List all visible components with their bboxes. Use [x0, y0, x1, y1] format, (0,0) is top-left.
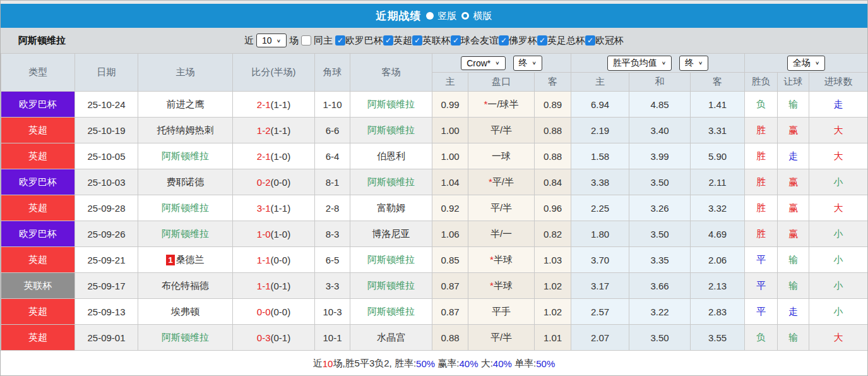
full-time-score: 1-2 — [257, 125, 271, 136]
league-filter-4[interactable]: ✓佛罗杯 — [499, 35, 537, 47]
away-team-cell: 阿斯顿维拉 — [350, 273, 432, 299]
score-cell: 1-0(1-0) — [233, 221, 315, 247]
avg-select[interactable]: 胜平负均值∨ — [607, 56, 672, 71]
score-cell: 2-1(1-1) — [233, 92, 315, 118]
avg-away-cell: 4.69 — [691, 221, 745, 247]
home-team-link[interactable]: 阿斯顿维拉 — [162, 228, 209, 239]
let-result-value: 走 — [788, 150, 798, 161]
match-date-cell: 25-09-13 — [75, 299, 138, 325]
handicap-value: 平/半 — [492, 176, 514, 187]
odds-home-value: 1.06 — [441, 229, 459, 240]
away-team-cell: 水晶宫 — [350, 325, 432, 351]
match-count-select[interactable]: 10∨ — [256, 33, 287, 47]
match-date-cell: 25-09-28 — [75, 195, 138, 221]
checkbox-checked-icon[interactable]: ✓ — [383, 35, 393, 45]
home-team-cell: 阿斯顿维拉 — [138, 325, 233, 351]
away-team-link[interactable]: 阿斯顿维拉 — [367, 124, 415, 135]
league-badge: 英超 — [1, 143, 75, 169]
avg-away-value: 2.06 — [708, 255, 727, 265]
odds-home-value: 0.85 — [441, 255, 459, 265]
let-result-cell: 走 — [778, 143, 809, 169]
avg-home-value: 3.70 — [591, 255, 609, 265]
full-time-score: 0-3 — [257, 332, 271, 343]
radio-unselected-icon[interactable] — [461, 12, 469, 20]
goals-result-cell: 大 — [809, 325, 868, 351]
avg-stage-select[interactable]: 终∨ — [679, 56, 708, 71]
league-filter-5[interactable]: ✓英足总杯 — [537, 35, 585, 47]
away-team-link[interactable]: 富勒姆 — [377, 202, 405, 213]
checkbox-checked-icon[interactable]: ✓ — [585, 35, 595, 45]
avg-away-value: 5.90 — [708, 151, 727, 162]
checkbox-checked-icon[interactable]: ✓ — [537, 35, 547, 45]
league-filter-3[interactable]: ✓球会友谊 — [451, 35, 499, 47]
chevron-down-icon: ∨ — [276, 38, 281, 43]
score-cell: 0-3(0-1) — [233, 325, 315, 351]
league-filter-label: 英超 — [393, 35, 412, 47]
home-team-link[interactable]: 布伦特福德 — [162, 280, 209, 291]
let-result-cell: 赢 — [778, 221, 809, 247]
odds-home-cell: 1.00 — [432, 118, 468, 143]
checkbox-checked-icon[interactable]: ✓ — [412, 35, 422, 45]
match-date: 25-09-21 — [87, 255, 125, 265]
league-filter-0[interactable]: ✓欧罗巴杯 — [335, 35, 383, 47]
handicap-cell: 平/半 — [468, 325, 535, 351]
odds-home-cell: 1.06 — [432, 221, 468, 247]
avg-draw-value: 3.50 — [650, 229, 669, 240]
away-team-link[interactable]: 阿斯顿维拉 — [367, 306, 415, 317]
score-cell: 1-1(0-0) — [233, 247, 315, 273]
odds-stage-select[interactable]: 终∨ — [513, 56, 542, 71]
league-name: 英超 — [28, 150, 47, 161]
summary-segment: 40% — [493, 358, 512, 369]
away-team-link[interactable]: 阿斯顿维拉 — [367, 99, 415, 109]
odds-away-value: 0.88 — [544, 125, 562, 136]
away-team-link[interactable]: 阿斯顿维拉 — [367, 280, 415, 291]
league-filter-1[interactable]: ✓英超 — [383, 35, 412, 47]
scope-select[interactable]: 全场∨ — [787, 56, 825, 71]
corner-cell: 10-3 — [315, 299, 350, 325]
corner-cell: 6-4 — [315, 143, 350, 169]
home-team-link[interactable]: 阿斯顿维拉 — [162, 332, 209, 343]
home-team-link[interactable]: 费耶诺德 — [167, 176, 205, 187]
checkbox-checked-icon[interactable]: ✓ — [451, 35, 461, 45]
home-team-cell: 布伦特福德 — [138, 273, 233, 299]
odds-stage-value: 终 — [519, 58, 528, 69]
radio-horizontal-label[interactable]: 横版 — [473, 10, 492, 22]
league-filter-6[interactable]: ✓欧冠杯 — [585, 35, 624, 47]
handicap-cell: 平/半 — [468, 195, 535, 221]
home-team-link[interactable]: 阿斯顿维拉 — [162, 202, 209, 213]
home-team-link[interactable]: 阿斯顿维拉 — [162, 150, 209, 161]
home-team-link[interactable]: 埃弗顿 — [171, 306, 199, 317]
league-filter-label: 球会友谊 — [461, 35, 499, 47]
result-value: 胜 — [756, 150, 766, 161]
bookmaker-select[interactable]: Crow*∨ — [461, 56, 505, 70]
score-cell: 3-1(1-1) — [233, 195, 315, 221]
home-team-link[interactable]: 桑德兰 — [176, 254, 205, 265]
col-header-date: 日期 — [75, 54, 138, 92]
table-row: 英超 25-09-28 阿斯顿维拉 3-1(1-1) 2-8 富勒姆 0.92 … — [1, 195, 868, 221]
avg-away-cell: 2.11 — [691, 169, 745, 195]
league-filter-2[interactable]: ✓英联杯 — [412, 35, 451, 47]
same-home-filter[interactable] — [301, 35, 311, 45]
col-header-home: 主场 — [138, 54, 233, 92]
radio-vertical-label[interactable]: 竖版 — [438, 10, 457, 22]
col-header-type: 类型 — [1, 54, 75, 92]
away-team-link[interactable]: 阿斯顿维拉 — [367, 254, 415, 265]
let-result-value: 输 — [788, 99, 798, 109]
league-name: 英联杯 — [24, 280, 52, 291]
handicap-cell: *平/半 — [468, 169, 535, 195]
home-team-link[interactable]: 前进之鹰 — [167, 99, 205, 109]
home-team-link[interactable]: 托特纳姆热刺 — [157, 124, 214, 135]
handicap-cell: 平/半 — [468, 118, 535, 143]
away-team-link[interactable]: 阿斯顿维拉 — [367, 176, 415, 187]
checkbox-checked-icon[interactable]: ✓ — [499, 35, 509, 45]
radio-selected-icon[interactable] — [426, 12, 434, 20]
checkbox-checked-icon[interactable]: ✓ — [335, 35, 345, 45]
away-team-link[interactable]: 水晶宫 — [377, 332, 405, 343]
away-team-link[interactable]: 博洛尼亚 — [372, 228, 410, 239]
league-filter-label: 佛罗杯 — [509, 35, 537, 47]
home-team-cell: 托特纳姆热刺 — [138, 118, 233, 143]
away-team-link[interactable]: 伯恩利 — [377, 150, 405, 161]
handicap-value: 半球 — [494, 254, 513, 265]
checkbox-unchecked-icon[interactable] — [301, 35, 311, 45]
match-count-value: 10 — [262, 35, 272, 45]
